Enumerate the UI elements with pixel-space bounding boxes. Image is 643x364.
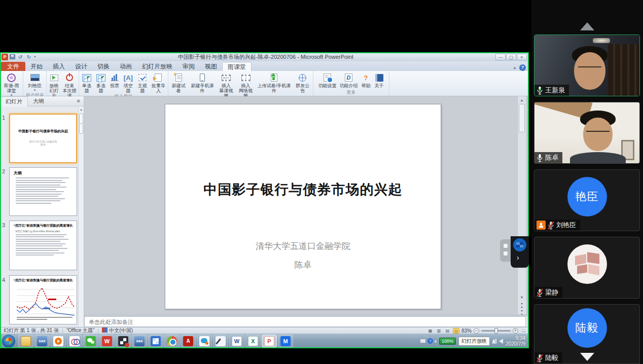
batch-import-button[interactable]: 批量导入 (150, 72, 167, 94)
sas-icon[interactable]: sas (34, 335, 50, 347)
slide-subtitle-2[interactable]: 陈卓 (165, 259, 441, 271)
notes-input[interactable]: 单击此处添加备注 (84, 316, 526, 327)
tab-slideshow[interactable]: 幻灯片放映 (137, 62, 177, 71)
dropbox-like-icon[interactable] (513, 238, 526, 251)
scroll-thumb[interactable]: = (79, 114, 83, 134)
sorter-view-icon[interactable]: ▥ (436, 328, 442, 334)
clock[interactable]: 9:34 2020/7/9 (506, 336, 527, 347)
participant-tile[interactable]: 梁静 (534, 237, 640, 299)
tab-rain-classroom[interactable]: 雨课堂 (222, 62, 252, 71)
about-button[interactable]: 关于 (373, 72, 385, 89)
play-slideshow-button[interactable]: 放映 幻灯片 (48, 72, 60, 99)
widget-dock[interactable]: › (511, 236, 529, 268)
save-icon[interactable] (10, 54, 15, 59)
participant-tile[interactable]: 陈卓 (534, 102, 640, 164)
help-tray-icon[interactable]: ? (427, 338, 433, 344)
slide-editor-area[interactable]: 中国影子银行与债券市场的兴起 清华大学五道口金融学院 陈卓 (84, 96, 517, 316)
panel-tab-outline[interactable]: 大纲 (28, 96, 49, 106)
tab-transitions[interactable]: 切换 (92, 62, 115, 71)
slide-title[interactable]: 中国影子银行与债券市场的兴起 (165, 180, 441, 199)
fit-to-window-icon[interactable]: ⛶ (520, 328, 527, 334)
user-login-button[interactable]: 刘艳臣 ▾ (27, 72, 43, 93)
tab-animations[interactable]: 动画 (115, 62, 137, 71)
multi-choice-button[interactable]: 多选题 (94, 72, 108, 94)
blue-tiles-app-icon[interactable] (148, 335, 163, 347)
zoom-slider-thumb[interactable] (494, 328, 498, 334)
rain-classroom-server-button[interactable]: 荷塘-雨课堂 ▾ (1, 72, 22, 98)
slide-thumbnail-3[interactable]: “四万亿”财政刺激与银行贷款的高速增长 “四万亿”刺激计划 (Four-tril… (9, 221, 77, 270)
tray-expand-icon[interactable]: ▴ (435, 339, 437, 343)
slide-thumbnail-1[interactable]: 中国影子银行与债券市场的兴起 清华大学五道口金融学院 陈卓 (9, 114, 77, 163)
broadcast-notice-button[interactable]: 群发公告 (293, 72, 312, 94)
upload-exam-button[interactable]: 上传试卷/手机课件 (256, 72, 293, 94)
grid-launcher-icon[interactable] (116, 335, 131, 347)
file-explorer-icon[interactable] (18, 335, 33, 347)
zoom-slider[interactable] (481, 330, 511, 332)
powerpoint-taskbar-icon[interactable]: P (262, 335, 277, 347)
vote-button[interactable]: 投票 (109, 72, 121, 89)
normal-view-icon[interactable]: ▦ (427, 328, 434, 334)
scroll-up-icon[interactable]: ▲ (79, 106, 84, 113)
excel-icon[interactable]: X (245, 335, 261, 347)
scroll-up-icon[interactable]: ▲ (518, 96, 526, 104)
insert-mooc-video-button[interactable]: MOOC 插入 慕课视频 (217, 72, 236, 99)
participants-scroll-up-icon[interactable] (580, 22, 594, 30)
new-mobile-courseware-button[interactable]: 新建手机课件 (189, 72, 216, 94)
panel-close-icon[interactable]: ✕ (77, 98, 84, 104)
undo-icon[interactable]: ↺ (17, 54, 24, 60)
chat-app-icon[interactable] (197, 335, 212, 347)
minimize-ribbon-icon[interactable]: ▲ (513, 65, 517, 70)
pen-tool-icon[interactable] (213, 335, 228, 347)
new-exam-button[interactable]: 新建试卷 (169, 72, 188, 94)
slide-subtitle-1[interactable]: 清华大学五道口金融学院 (165, 240, 441, 252)
redo-icon[interactable]: ↻ (25, 54, 32, 60)
restore-button[interactable]: ▢ (506, 54, 516, 60)
panel-scrollbar[interactable]: ▲ = (78, 106, 84, 327)
fill-blank-button[interactable]: [A] 填空题 (122, 72, 135, 94)
tab-file[interactable]: 文件 (1, 62, 25, 71)
tab-view[interactable]: 视图 (200, 62, 222, 71)
media-player-icon[interactable] (51, 335, 66, 347)
chrome-icon[interactable] (164, 335, 180, 347)
slideshow-view-icon[interactable]: ⊡ (453, 328, 459, 334)
scroll-down-icon[interactable]: ▼ (518, 294, 526, 301)
speaker-icon[interactable] (499, 339, 503, 344)
help-button[interactable]: ? 帮助 (360, 72, 372, 89)
settings-button[interactable]: 功能设置 (317, 72, 338, 89)
language-indicator[interactable]: 中文(中国) (98, 327, 136, 334)
insert-web-video-button[interactable]: ● 插入 网络视频 (236, 72, 255, 99)
slide-thumbnail-4[interactable]: “四万亿”财政刺激与银行贷款的高速增长 (9, 275, 77, 324)
single-choice-button[interactable]: 单选题 (80, 72, 93, 94)
previous-slide-button[interactable]: ▴▴ (518, 301, 526, 309)
participant-tile[interactable]: 王新泉 (534, 34, 640, 96)
help-icon[interactable]: ? (519, 64, 526, 71)
slide-canvas[interactable]: 中国影子银行与债券市场的兴起 清华大学五道口金融学院 陈卓 (165, 104, 441, 309)
tencent-meeting-icon[interactable]: M (278, 335, 293, 347)
end-class-button[interactable]: 结束 本次授课 (61, 72, 78, 99)
classroom-app-icon[interactable] (67, 335, 82, 347)
word-icon[interactable]: W (229, 335, 244, 347)
wechat-icon[interactable] (83, 335, 98, 347)
red-w-app-icon[interactable]: W (99, 335, 115, 347)
zoom-in-button[interactable]: + (513, 328, 518, 334)
title-bar[interactable]: P ↺ ↻ ▾ 中国影子银行与债券市场的兴起-陈卓-20200706 - Mic… (0, 52, 529, 61)
close-button[interactable]: × (517, 54, 527, 60)
tab-home[interactable]: 开始 (25, 62, 48, 71)
reading-view-icon[interactable]: ▤ (444, 328, 451, 334)
tab-review[interactable]: 审阅 (177, 62, 200, 71)
zoom-out-button[interactable]: − (474, 328, 479, 334)
subjective-question-button[interactable]: 主观题 (136, 72, 149, 94)
keyboard-tray-icon[interactable] (420, 339, 426, 343)
tab-insert[interactable]: 插入 (48, 62, 70, 71)
battery-indicator[interactable]: 100% (439, 338, 456, 345)
participant-tile[interactable]: 艳臣 刘艳臣 (534, 169, 640, 231)
tab-design[interactable]: 设计 (70, 62, 92, 71)
minimize-button[interactable]: — (495, 54, 506, 60)
editor-scrollbar[interactable]: ▲ ▼ ▴▴ ▾▾ (517, 96, 526, 316)
acrobat-icon[interactable]: A (181, 335, 196, 347)
panel-tab-slides[interactable]: 幻灯片 (0, 96, 28, 106)
scroll-thumb[interactable] (519, 104, 525, 132)
sas-icon-2[interactable]: sas (132, 335, 147, 347)
participants-scroll-down-icon[interactable] (580, 353, 594, 361)
start-button[interactable] (2, 335, 15, 348)
